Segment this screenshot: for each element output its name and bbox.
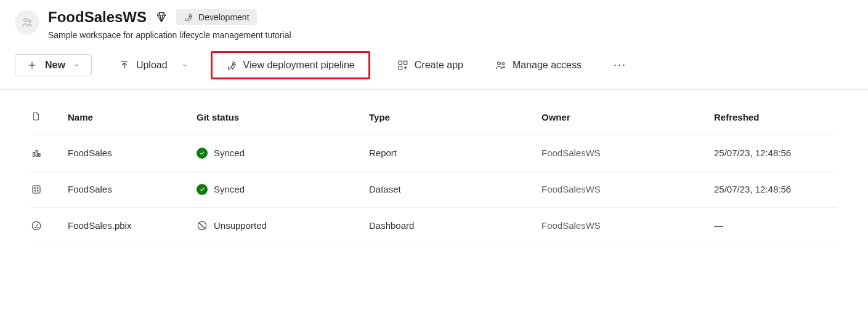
svg-point-3 (232, 63, 233, 64)
column-header-refreshed[interactable]: Refreshed (714, 112, 837, 122)
view-deployment-pipeline-button[interactable]: View deployment pipeline (221, 56, 360, 74)
row-name: FoodSales (68, 184, 197, 194)
svg-rect-11 (39, 154, 40, 157)
column-header-icon[interactable] (31, 111, 68, 124)
svg-point-8 (502, 63, 505, 65)
stage-badge-label: Development (198, 12, 249, 22)
svg-point-2 (189, 15, 190, 17)
people-icon (495, 60, 506, 71)
new-button[interactable]: New (15, 54, 92, 76)
svg-rect-4 (399, 61, 402, 64)
view-pipeline-label: View deployment pipeline (243, 60, 355, 71)
chevron-down-icon (73, 62, 80, 69)
svg-point-0 (24, 18, 28, 22)
row-type-icon (31, 148, 68, 159)
workspace-description: Sample workspace for application lifecyc… (48, 30, 291, 40)
stage-badge[interactable]: Development (176, 9, 257, 25)
synced-icon (197, 184, 208, 195)
synced-icon (197, 148, 208, 159)
svg-rect-12 (33, 186, 40, 193)
table-header-row: Name Git status Type Owner Refreshed (31, 103, 837, 135)
new-button-label: New (45, 60, 65, 71)
svg-point-7 (498, 62, 501, 65)
svg-point-13 (34, 188, 36, 189)
table-row[interactable]: FoodSales.pbixUnsupportedDashboardFoodSa… (31, 208, 837, 244)
row-type: Dashboard (369, 220, 541, 231)
row-refreshed: — (714, 220, 837, 231)
column-header-name[interactable]: Name (68, 112, 197, 122)
rocket-icon (226, 60, 237, 71)
rocket-icon (184, 12, 193, 22)
workspace-avatar-icon (15, 10, 39, 34)
app-icon (397, 60, 408, 71)
unsupported-icon (197, 220, 208, 231)
svg-point-1 (28, 20, 31, 23)
manage-access-button[interactable]: Manage access (490, 56, 586, 74)
upload-icon (119, 60, 130, 71)
row-name: FoodSales.pbix (68, 220, 197, 231)
view-pipeline-highlight: View deployment pipeline (211, 51, 370, 79)
table-row[interactable]: FoodSalesSyncedReportFoodSalesWS25/07/23… (31, 135, 837, 172)
row-git-status: Synced (197, 148, 369, 159)
row-owner: FoodSalesWS (541, 148, 714, 158)
row-type: Dataset (369, 184, 541, 194)
workspace-header: FoodSalesWS Development Sample workspace… (0, 0, 868, 40)
toolbar: New Upload View deployment pipeline Crea… (0, 40, 868, 90)
row-owner: FoodSalesWS (541, 220, 714, 231)
upload-button[interactable]: Upload (114, 56, 172, 74)
svg-point-16 (38, 190, 39, 191)
svg-point-15 (34, 190, 36, 191)
svg-rect-9 (33, 152, 34, 156)
row-type: Report (369, 148, 541, 158)
row-refreshed: 25/07/23, 12:48:56 (714, 184, 837, 194)
column-header-type[interactable]: Type (369, 112, 541, 122)
row-type-icon (31, 220, 68, 231)
plus-icon (26, 60, 38, 71)
items-table: Name Git status Type Owner Refreshed Foo… (0, 90, 868, 244)
create-app-label: Create app (415, 60, 463, 71)
column-header-git-status[interactable]: Git status (197, 112, 369, 122)
page-title: FoodSalesWS (48, 9, 147, 26)
column-header-owner[interactable]: Owner (541, 112, 714, 122)
manage-access-label: Manage access (513, 60, 582, 71)
svg-rect-10 (36, 150, 37, 156)
row-name: FoodSales (68, 148, 197, 158)
svg-rect-6 (399, 66, 402, 69)
more-button[interactable]: ··· (609, 55, 631, 75)
premium-icon (155, 11, 168, 23)
upload-button-label: Upload (136, 60, 168, 71)
row-type-icon (31, 184, 68, 195)
svg-rect-5 (404, 61, 407, 64)
create-app-button[interactable]: Create app (392, 56, 468, 74)
upload-chevron-down-icon[interactable] (181, 62, 189, 69)
row-git-status: Synced (197, 184, 369, 195)
row-git-status: Unsupported (197, 220, 369, 231)
svg-point-14 (38, 188, 39, 189)
more-icon: ··· (614, 58, 627, 71)
row-owner: FoodSalesWS (541, 184, 714, 194)
row-refreshed: 25/07/23, 12:48:56 (714, 148, 837, 158)
table-row[interactable]: FoodSalesSyncedDatasetFoodSalesWS25/07/2… (31, 172, 837, 208)
